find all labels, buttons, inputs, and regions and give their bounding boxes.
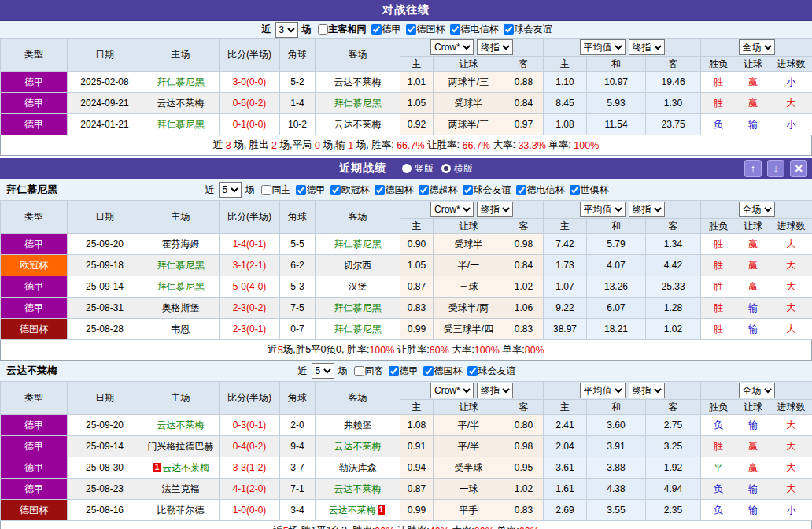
away-team: 弗赖堡 — [316, 415, 400, 436]
league-filter-item[interactable]: 欧冠杯 — [330, 183, 370, 197]
match-count-select[interactable]: 5 — [219, 182, 242, 198]
league-checkbox[interactable] — [318, 24, 328, 35]
table-row: 德甲2024-01-21拜仁慕尼黑0-1(0-0)10-2云达不莱梅0.92两球… — [1, 114, 812, 135]
checkbox-label: 同客 — [365, 364, 384, 378]
league-checkbox[interactable] — [423, 366, 434, 376]
scope-select[interactable]: 全场 — [739, 202, 775, 217]
h2h-table-wrap: 类型日期主场比分(半场)角球客场Crow*终指平均值终指全场主让球客主和客胜负让… — [0, 38, 812, 135]
summary-segment: 场, 胜出 — [231, 139, 271, 152]
table-row: 德国杯25-08-16比勒菲尔德1-0(0-0)3-4云达不莱梅10.99平手0… — [1, 500, 812, 521]
league-filter-item[interactable]: 德国杯 — [406, 23, 445, 36]
league-filter-item[interactable]: 德甲 — [296, 183, 326, 197]
summary-segment: 0 — [315, 140, 320, 151]
league-checkbox[interactable] — [354, 366, 364, 376]
sub-column-header: 让球 — [736, 219, 770, 234]
average-select[interactable]: 平均值 — [580, 39, 626, 55]
layout-radio-option[interactable]: 横版 — [441, 162, 473, 176]
league-filter-item[interactable]: 同客 — [354, 364, 384, 378]
result-goals: 大 — [770, 93, 812, 114]
odds-time-select[interactable]: 终指 — [477, 383, 513, 398]
layout-radio-selected[interactable]: 竖版 — [402, 162, 434, 176]
corner-score: 3-7 — [280, 457, 316, 479]
league-filter-item[interactable]: 德甲 — [371, 23, 401, 36]
move-up-button[interactable]: ↑ — [744, 160, 762, 177]
league-checkbox[interactable] — [570, 185, 580, 195]
match-count-select[interactable]: 5 — [312, 363, 334, 379]
result-handicap: 输 — [736, 415, 770, 436]
odds-away: 0.83 — [504, 319, 544, 340]
league-checkbox[interactable] — [467, 366, 478, 376]
league-checkbox[interactable] — [375, 185, 385, 195]
odds-home: 0.99 — [400, 500, 434, 521]
result-goals: 小 — [770, 114, 812, 135]
league-filter-item[interactable]: 球会友谊 — [504, 23, 552, 36]
bookmaker-select[interactable]: Crow* — [430, 202, 474, 217]
league-checkbox[interactable] — [504, 24, 514, 35]
bookmaker-select[interactable]: Crow* — [430, 383, 474, 398]
scope-select[interactable]: 全场 — [739, 383, 775, 398]
odds-away: 0.88 — [504, 72, 544, 93]
avg-time-select[interactable]: 终指 — [629, 39, 665, 55]
league-checkbox[interactable] — [406, 24, 416, 35]
league-filter-item[interactable]: 德电信杯 — [450, 23, 499, 36]
column-header: 比分(半场) — [220, 382, 280, 415]
league-checkbox[interactable] — [389, 366, 399, 376]
league-filter-item[interactable]: 德国杯 — [375, 183, 414, 197]
result-goals: 小 — [770, 500, 812, 521]
result-handicap: 赢 — [736, 276, 770, 298]
column-header: 日期 — [68, 39, 142, 72]
league-checkbox[interactable] — [450, 24, 460, 35]
team-name-text: 比勒菲尔德 — [157, 505, 205, 516]
close-button[interactable]: ✕ — [790, 160, 807, 177]
team-name-text: 拜仁慕尼黑 — [334, 98, 382, 109]
odds-time-select[interactable]: 终指 — [477, 202, 513, 217]
match-date: 25-08-23 — [68, 479, 142, 500]
home-team: 拜仁慕尼黑 — [142, 276, 220, 298]
league-filter-item[interactable]: 德电信杯 — [516, 183, 565, 197]
team-summary: 近5场,胜1平1负3, 胜率:20% 让胜率:40% 大率:80% 单率:60% — [0, 521, 812, 529]
handicap-line: 平/半 — [434, 415, 504, 436]
summary-segment: 近 — [273, 524, 283, 529]
handicap-line: 受半球 — [434, 457, 504, 479]
league-checkbox[interactable] — [296, 185, 306, 195]
table-row: 德国杯25-08-28韦恩2-3(0-1)0-7拜仁慕尼黑0.99受三球半/四0… — [1, 319, 812, 340]
avg-time-select[interactable]: 终指 — [629, 383, 665, 398]
result-handicap: 赢 — [736, 93, 770, 114]
handicap-line: 半/一 — [434, 255, 504, 276]
average-select[interactable]: 平均值 — [580, 202, 626, 217]
matches-table: 类型日期主场比分(半场)角球客场Crow*终指平均值终指全场主让球客主和客胜负让… — [0, 200, 812, 340]
league-filter-item[interactable]: 德国杯 — [423, 364, 463, 378]
league-filter-item[interactable]: 主客相同 — [318, 23, 367, 36]
odds-time-select[interactable]: 终指 — [477, 39, 513, 55]
league-filter-item[interactable]: 世俱杯 — [570, 183, 609, 197]
league-filter-item[interactable]: 同主 — [261, 183, 291, 197]
league-filter-item[interactable]: 德甲 — [389, 364, 419, 378]
league-checkbox[interactable] — [371, 24, 382, 35]
avg-time-select[interactable]: 终指 — [629, 202, 665, 217]
avg-draw: 5.93 — [587, 93, 646, 114]
away-team: 勒沃库森 — [316, 457, 400, 479]
team-name-text: 拜仁慕尼黑 — [334, 324, 382, 335]
move-down-button[interactable]: ↓ — [767, 160, 784, 177]
bookmaker-select[interactable]: Crow* — [430, 39, 474, 55]
odds-away: 0.97 — [504, 114, 544, 135]
league-checkbox[interactable] — [516, 185, 526, 195]
league-filter-item[interactable]: 德超杯 — [419, 183, 458, 197]
scope-select[interactable]: 全场 — [739, 39, 775, 55]
avg-draw: 3.88 — [587, 457, 646, 479]
match-date: 25-09-20 — [68, 234, 142, 255]
league-filter-item[interactable]: 球会友谊 — [463, 183, 511, 197]
odds-away: 0.98 — [504, 234, 544, 255]
match-date: 25-09-18 — [68, 255, 142, 276]
league-filter-item[interactable]: 球会友谊 — [467, 364, 516, 378]
match-count-select[interactable]: 3 — [275, 22, 298, 38]
league-checkbox[interactable] — [419, 185, 429, 195]
table-row: 德甲25-09-14拜仁慕尼黑5-0(4-0)5-3汉堡0.87三球1.021.… — [1, 276, 812, 298]
league-checkbox[interactable] — [330, 185, 341, 195]
league-checkbox[interactable] — [261, 185, 271, 195]
header-group: Crow*终指 — [400, 382, 544, 400]
column-header: 主场 — [142, 39, 220, 72]
league-checkbox[interactable] — [463, 185, 473, 195]
match-date: 25-09-14 — [68, 436, 142, 457]
average-select[interactable]: 平均值 — [580, 383, 626, 398]
